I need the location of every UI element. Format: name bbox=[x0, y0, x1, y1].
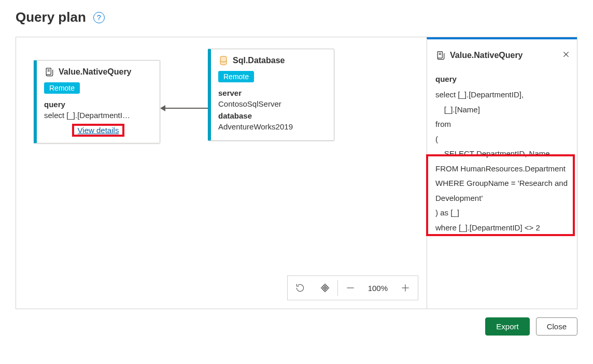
details-panel: Value.NativeQuery query select [_].[Depa… bbox=[427, 37, 577, 309]
field-value-database: AdventureWorks2019 bbox=[218, 122, 327, 131]
zoom-out-button[interactable] bbox=[338, 276, 363, 300]
details-title: Value.NativeQuery bbox=[450, 51, 554, 60]
close-icon[interactable] bbox=[558, 49, 574, 62]
query-plan-dialog: Query plan ? Value.NativeQuery bbox=[0, 0, 593, 364]
help-icon[interactable]: ? bbox=[93, 12, 105, 23]
view-details-link[interactable]: View details bbox=[76, 126, 121, 135]
details-query-label: query bbox=[435, 75, 574, 83]
close-button[interactable]: Close bbox=[536, 317, 577, 336]
svg-marker-4 bbox=[321, 284, 329, 292]
details-query-text: select [_].[DepartmentID], [_].[Name] fr… bbox=[435, 88, 574, 235]
page-title: Query plan bbox=[16, 9, 86, 25]
field-label-database: database bbox=[218, 111, 327, 120]
node-title: Sql.Database bbox=[233, 56, 285, 65]
remote-badge: Remote bbox=[218, 71, 254, 82]
script-icon bbox=[44, 67, 54, 77]
field-value-server: ContosoSqlServer bbox=[218, 99, 327, 108]
workspace: Value.NativeQuery Remote query select [_… bbox=[16, 37, 577, 309]
plan-canvas[interactable]: Value.NativeQuery Remote query select [_… bbox=[16, 37, 427, 309]
zoom-percent: 100% bbox=[363, 276, 393, 300]
node-sql-database[interactable]: Sql.Database Remote server ContosoSqlSer… bbox=[208, 49, 334, 141]
field-label-query: query bbox=[44, 100, 152, 109]
database-icon bbox=[218, 55, 229, 66]
highlight-view-details: View details bbox=[72, 124, 125, 137]
node-header: Value.NativeQuery bbox=[44, 67, 152, 77]
node-title: Value.NativeQuery bbox=[59, 67, 132, 77]
reset-view-button[interactable] bbox=[288, 276, 313, 300]
node-header: Sql.Database bbox=[218, 55, 327, 66]
details-header: Value.NativeQuery bbox=[435, 49, 574, 62]
zoom-controls: 100% bbox=[287, 275, 418, 300]
field-value-query: select [_].[DepartmentI… bbox=[44, 111, 152, 120]
zoom-in-button[interactable] bbox=[393, 276, 418, 300]
fit-view-button[interactable] bbox=[313, 276, 337, 300]
remote-badge: Remote bbox=[44, 82, 80, 94]
script-icon bbox=[435, 50, 446, 61]
view-details-wrap: View details bbox=[44, 123, 152, 137]
export-button[interactable]: Export bbox=[485, 317, 529, 336]
field-label-server: server bbox=[218, 89, 327, 97]
footer: Export Close bbox=[16, 317, 577, 336]
header: Query plan ? bbox=[16, 9, 577, 25]
node-native-query[interactable]: Value.NativeQuery Remote query select [_… bbox=[34, 60, 160, 143]
